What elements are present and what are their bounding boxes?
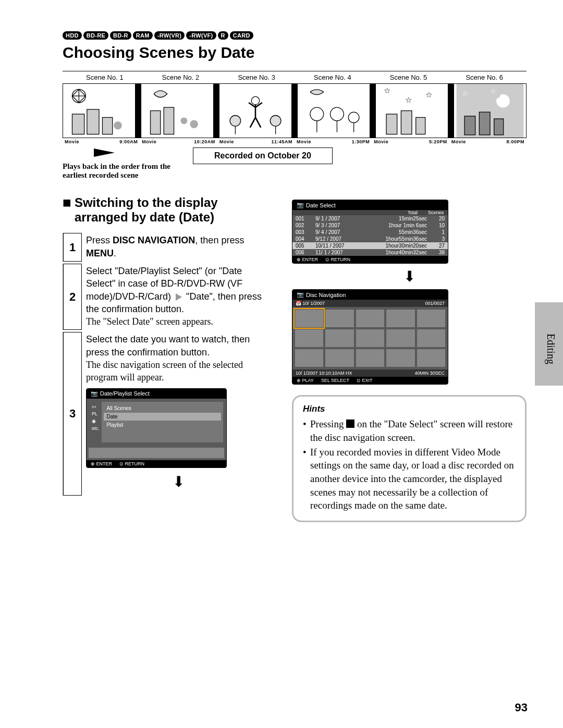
- badge: -RW(VR): [154, 31, 185, 40]
- svg-point-8: [190, 120, 198, 128]
- scene-time: 9:00AM: [119, 139, 138, 144]
- playlist-select-screen: 📷Date/Playlist Select ▭ PL ◉ etc. All Sc…: [86, 388, 227, 468]
- nav-thumb[interactable]: [386, 329, 415, 348]
- scene-thumb: [63, 84, 141, 138]
- scene-header: Scene No. 1: [67, 73, 143, 81]
- exit-hint: ⊙ EXIT: [357, 378, 373, 383]
- step-number: 1: [63, 233, 82, 262]
- scene-thumb: ☆☆☆: [376, 84, 454, 138]
- date-row[interactable]: 0019/ 1 / 200715min25sec20: [292, 215, 448, 222]
- svg-rect-3: [102, 117, 112, 134]
- square-bullet-icon: ■: [63, 195, 71, 225]
- date-row-selected[interactable]: 00510/11 / 20071hour30min20sec27: [292, 242, 448, 249]
- camera-icon: 📷: [91, 390, 98, 397]
- nav-thumb[interactable]: [417, 329, 446, 348]
- menu-item[interactable]: Playlist: [104, 421, 221, 429]
- scene-header: Scene No. 5: [371, 73, 447, 81]
- return-hint: ⊙ RETURN: [325, 257, 350, 262]
- nav-thumb[interactable]: [295, 349, 324, 367]
- scene-type: Movie: [142, 139, 156, 144]
- hint-item: If you recorded movies in different Vide…: [303, 446, 516, 512]
- scene-header: Scene No. 2: [143, 73, 219, 81]
- scene-type: Movie: [297, 139, 311, 144]
- svg-rect-30: [479, 112, 490, 135]
- nav-thumb[interactable]: [386, 349, 415, 367]
- page-number: 93: [515, 701, 528, 714]
- scene-time: 11:45AM: [271, 139, 292, 144]
- scene-time: 1:30PM: [352, 139, 370, 144]
- disc-icon: ◉: [92, 418, 100, 424]
- menu-item-selected[interactable]: Date: [104, 413, 221, 421]
- hints-box: Hints Pressing on the "Date Select" scre…: [292, 395, 527, 522]
- svg-rect-2: [87, 109, 99, 134]
- svg-rect-29: [464, 116, 475, 135]
- scene-thumb: [219, 84, 298, 138]
- step: 1 Press DISC NAVIGATION, then press MENU…: [63, 233, 271, 262]
- step-note: The disc navigation screen of the select…: [86, 359, 271, 384]
- step-body: Press DISC NAVIGATION, then press MENU.: [82, 233, 271, 262]
- step-number: 2: [63, 264, 82, 330]
- svg-point-16: [331, 107, 344, 121]
- date-bracket: Plays back in the order from the earlies…: [63, 147, 527, 180]
- etc-label: etc.: [92, 426, 100, 431]
- scene-header: Scene No. 4: [295, 73, 371, 81]
- scene-type: Movie: [374, 139, 388, 144]
- down-arrow-icon: ⬇: [86, 472, 271, 492]
- stop-icon: [346, 419, 354, 428]
- svg-rect-5: [151, 111, 161, 134]
- badge: BD-R: [110, 31, 131, 40]
- section-tab-label: Editing: [545, 334, 557, 364]
- scene-header: Scene No. 6: [446, 73, 522, 81]
- step-body: Select the date you want to watch, then …: [82, 332, 271, 496]
- folder-icon: ▭: [92, 404, 100, 409]
- nav-thumb[interactable]: [325, 329, 354, 348]
- date-row[interactable]: 0049/12 / 20071hour55min36sec3: [292, 236, 448, 242]
- scene-time: 5:20PM: [429, 139, 447, 144]
- date-row[interactable]: 0039/ 4 / 200755min36sec1: [292, 229, 448, 236]
- camera-icon: 📷: [297, 291, 304, 298]
- svg-text:☆: ☆: [490, 88, 496, 95]
- nav-thumb[interactable]: [295, 309, 324, 328]
- svg-rect-31: [494, 119, 504, 135]
- nav-thumb[interactable]: [356, 349, 385, 367]
- nav-thumb[interactable]: [386, 309, 415, 328]
- svg-point-14: [310, 107, 324, 121]
- svg-text:☆: ☆: [425, 90, 432, 99]
- badge: BD-RE: [83, 31, 108, 40]
- nav-thumb[interactable]: [295, 329, 324, 348]
- filmstrip: Scene No. 1 Scene No. 2 Scene No. 3 Scen…: [63, 71, 527, 144]
- playback-note: Plays back in the order from the earlies…: [63, 162, 177, 180]
- svg-rect-25: [416, 117, 425, 134]
- menu-item[interactable]: All Scenes: [104, 404, 221, 412]
- nav-thumb[interactable]: [356, 309, 385, 328]
- recorded-on-label: Recorded on October 20: [193, 147, 333, 164]
- svg-rect-23: [386, 114, 397, 134]
- svg-point-18: [348, 112, 359, 123]
- badge: RAM: [133, 31, 153, 40]
- camera-icon: 📷: [297, 202, 304, 208]
- enter-hint: ⊕ ENTER: [297, 257, 318, 262]
- select-hint: SEL SELECT: [321, 378, 349, 383]
- step-number: 3: [63, 332, 82, 496]
- arrow-icon: [176, 293, 182, 301]
- return-hint: ⊙ RETURN: [119, 461, 144, 466]
- section-heading: ■ Switching to the display arranged by d…: [63, 195, 271, 225]
- scene-time: 10:20AM: [194, 139, 215, 144]
- svg-point-12: [270, 116, 281, 127]
- date-row[interactable]: 00611/ 1 / 20071hour40min32sec38: [292, 249, 448, 256]
- media-badges: HDD BD-RE BD-R RAM -RW(VR) -RW(VF) R CAR…: [63, 31, 527, 40]
- badge: HDD: [63, 31, 82, 40]
- date-row[interactable]: 0029/ 3 / 20071hour 1min 6sec10: [292, 222, 448, 229]
- nav-thumb[interactable]: [325, 309, 354, 328]
- step-note: The "Select Date" screen appears.: [86, 315, 271, 328]
- scene-header: Scene No. 3: [218, 73, 295, 81]
- nav-thumb[interactable]: [325, 349, 354, 367]
- nav-thumb[interactable]: [417, 309, 446, 328]
- nav-thumb[interactable]: [356, 329, 385, 348]
- step: 2 Select "Date/Playlist Select" (or "Dat…: [63, 264, 271, 330]
- pl-icon: PL: [92, 411, 100, 416]
- nav-thumb[interactable]: [417, 349, 446, 367]
- scene-counter: 001/0027: [425, 301, 445, 306]
- svg-rect-6: [164, 107, 174, 134]
- hints-title: Hints: [303, 404, 516, 414]
